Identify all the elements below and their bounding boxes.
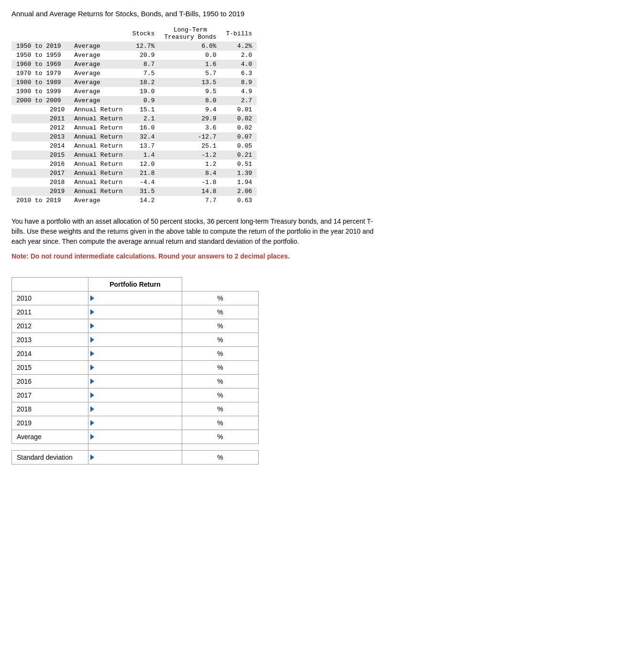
page-title: Annual and Average Returns for Stocks, B…: [11, 10, 633, 18]
std-label: Standard deviation: [12, 451, 88, 465]
input-cursor-2011: [90, 309, 94, 315]
table-row: 2012 %: [12, 319, 259, 333]
table-row: 2019 %: [12, 416, 259, 430]
year-label-2013: 2013: [12, 333, 88, 347]
pct-label-2019: %: [182, 416, 259, 430]
portfolio-return-input-2015[interactable]: [88, 361, 182, 374]
row-label-header: [12, 278, 88, 292]
note-text: Note: Do not round intermediate calculat…: [11, 252, 633, 260]
portfolio-return-input-2016[interactable]: [88, 375, 182, 388]
standard-deviation-row: Standard deviation %: [12, 451, 259, 465]
table-row: Average %: [12, 430, 259, 444]
pct-label-2010: %: [182, 292, 259, 305]
input-cell-2017[interactable]: [88, 389, 182, 402]
portfolio-return-input-2019[interactable]: [88, 416, 182, 430]
table-row: 2015 %: [12, 361, 259, 375]
year-label-2016: 2016: [12, 375, 88, 389]
table-row: 2017 %: [12, 389, 259, 402]
portfolio-return-input-2018[interactable]: [88, 402, 182, 416]
table-row: 2013 %: [12, 333, 259, 347]
input-cell-2012[interactable]: [88, 319, 182, 333]
pct-label-2013: %: [182, 333, 259, 347]
std-input-cursor: [90, 454, 94, 460]
portfolio-return-input-2014[interactable]: [88, 347, 182, 360]
description-text: You have a portfolio with an asset alloc…: [11, 216, 384, 247]
input-cell-2016[interactable]: [88, 375, 182, 389]
pct-label-2011: %: [182, 305, 259, 319]
portfolio-return-input-2011[interactable]: [88, 305, 182, 319]
portfolio-return-header: Portfolio Return: [88, 278, 182, 292]
year-label-2017: 2017: [12, 389, 88, 402]
input-cell-2019[interactable]: [88, 416, 182, 430]
portfolio-return-input-2012[interactable]: [88, 319, 182, 333]
input-cell-2010[interactable]: [88, 292, 182, 305]
input-cell-2015[interactable]: [88, 361, 182, 375]
pct-label-2014: %: [182, 347, 259, 361]
input-cursor-Average: [90, 434, 94, 440]
input-cursor-2017: [90, 392, 94, 398]
table-row: 2014 %: [12, 347, 259, 361]
input-cursor-2016: [90, 378, 94, 384]
input-cell-2011[interactable]: [88, 305, 182, 319]
portfolio-return-input-2017[interactable]: [88, 389, 182, 402]
input-cell-2018[interactable]: [88, 402, 182, 416]
pct-label-2016: %: [182, 375, 259, 389]
pct-header: [182, 278, 259, 292]
input-cursor-2012: [90, 323, 94, 329]
input-cursor-2013: [90, 337, 94, 343]
year-label-2011: 2011: [12, 305, 88, 319]
input-cursor-2018: [90, 406, 94, 412]
pct-label-Average: %: [182, 430, 259, 444]
std-input-cell[interactable]: [88, 451, 182, 465]
pct-label-2017: %: [182, 389, 259, 402]
input-cell-Average[interactable]: [88, 430, 182, 444]
portfolio-return-input-2013[interactable]: [88, 333, 182, 346]
year-label-2018: 2018: [12, 402, 88, 416]
std-pct-label: %: [182, 451, 259, 465]
table-row: 2011 %: [12, 305, 259, 319]
portfolio-return-table: Portfolio Return 2010 % 2011 % 2012 % 20…: [11, 277, 259, 465]
input-cell-2014[interactable]: [88, 347, 182, 361]
table-row: 2010 %: [12, 292, 259, 305]
input-cursor-2015: [90, 365, 94, 370]
year-label-2010: 2010: [12, 292, 88, 305]
year-label-Average: Average: [12, 430, 88, 444]
separator-row: [12, 444, 259, 451]
portfolio-return-input-Average[interactable]: [88, 430, 182, 443]
input-cursor-2019: [90, 420, 94, 426]
pct-label-2012: %: [182, 319, 259, 333]
input-cursor-2010: [90, 295, 94, 301]
reference-table: Stocks Long-TermTreasury Bonds T-bills 1…: [11, 25, 257, 205]
table-row: 2016 %: [12, 375, 259, 389]
std-deviation-input[interactable]: [88, 451, 182, 464]
input-cell-2013[interactable]: [88, 333, 182, 347]
pct-label-2015: %: [182, 361, 259, 375]
year-label-2019: 2019: [12, 416, 88, 430]
pct-label-2018: %: [182, 402, 259, 416]
portfolio-return-input-2010[interactable]: [88, 292, 182, 305]
year-label-2012: 2012: [12, 319, 88, 333]
year-label-2014: 2014: [12, 347, 88, 361]
year-label-2015: 2015: [12, 361, 88, 375]
table-row: 2018 %: [12, 402, 259, 416]
input-cursor-2014: [90, 351, 94, 357]
